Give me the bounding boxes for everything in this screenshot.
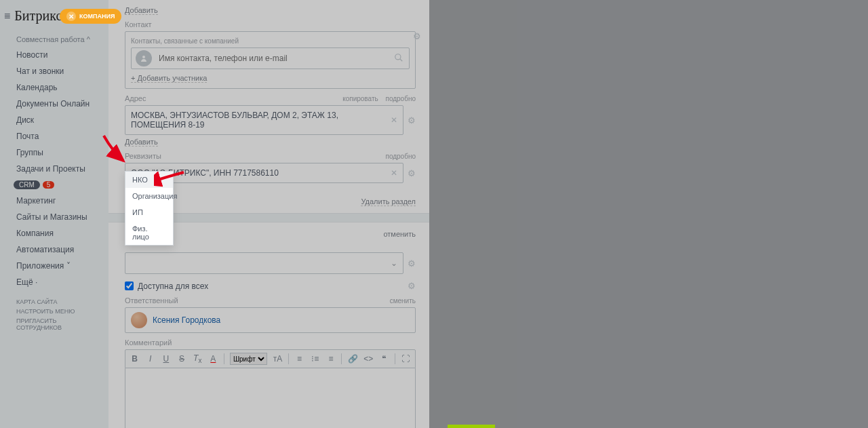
main-menu: Совместная работа ^ Новости Чат и звонки… — [0, 32, 108, 332]
menu-sitemap[interactable]: КАРТА САЙТА — [0, 297, 108, 307]
contact-sublabel: Контакты, связанные с компанией — [131, 37, 410, 45]
menu-section-collab[interactable]: Совместная работа ^ — [0, 32, 108, 47]
address-label: Адрес копировать подробно — [125, 94, 416, 102]
company-pill[interactable]: ✕ КОМПАНИЯ — [60, 9, 121, 24]
detail-link-2[interactable]: подробно — [385, 153, 416, 160]
align-button[interactable]: ≡ — [326, 354, 336, 364]
color-button[interactable]: A — [208, 354, 218, 364]
hamburger-icon[interactable]: ≡ — [4, 10, 10, 22]
contact-gear-icon[interactable]: ⚙ — [413, 31, 421, 41]
add-address-link[interactable]: Добавить — [125, 138, 158, 147]
italic-button[interactable]: I — [145, 354, 155, 364]
search-icon[interactable] — [389, 53, 409, 64]
close-icon[interactable]: ✕ — [66, 12, 76, 21]
menu-docs[interactable]: Документы Онлайн — [0, 96, 108, 112]
detail-link-1[interactable]: подробно — [385, 95, 416, 102]
responsible-name: Ксения Городкова — [153, 315, 220, 325]
quote-button[interactable]: ❝ — [379, 354, 389, 364]
address-field[interactable]: МОСКВА, ЭНТУЗИАСТОВ БУЛЬВАР, ДОМ 2, ЭТАЖ… — [125, 105, 403, 135]
pill-label: КОМПАНИЯ — [79, 13, 115, 20]
available-checkbox[interactable] — [125, 281, 134, 290]
address-gear-icon[interactable]: ⚙ — [408, 115, 416, 125]
req-label: Реквизиты подробно — [125, 152, 416, 160]
font-select[interactable]: Шрифт — [230, 353, 267, 365]
underline-button[interactable]: U — [161, 354, 171, 364]
contact-search[interactable] — [131, 47, 410, 69]
progress-bar — [448, 425, 495, 428]
menu-configure[interactable]: НАСТРОИТЬ МЕНЮ — [0, 307, 108, 316]
menu-calendar[interactable]: Календарь — [0, 79, 108, 96]
change-link[interactable]: сменить — [390, 297, 416, 305]
svg-point-0 — [142, 56, 145, 58]
req-type-dropdown[interactable]: НКО Организация ИП Физ. лицо — [125, 171, 174, 246]
bold-button[interactable]: B — [130, 354, 140, 364]
contact-input[interactable] — [156, 50, 389, 67]
editor-toolbar: B I U S Tx A Шрифт тА ≡ ⁝≡ ≡ 🔗 <> ❝ — [125, 349, 416, 368]
svg-point-1 — [395, 54, 401, 59]
dropdown-fiz[interactable]: Физ. лицо — [125, 220, 173, 245]
clear-format-button[interactable]: Tx — [193, 353, 203, 364]
empty-select[interactable]: ⌄ — [125, 252, 403, 274]
strike-button[interactable]: S — [176, 354, 186, 364]
dropdown-nko[interactable]: НКО — [125, 172, 173, 188]
avatar — [131, 312, 147, 328]
menu-company[interactable]: Компания — [0, 225, 108, 241]
menu-crm[interactable]: CRM 5 — [0, 177, 108, 193]
comment-label: Комментарий — [125, 338, 416, 347]
req-clear-icon[interactable]: ✕ — [385, 168, 403, 178]
dropdown-ip[interactable]: ИП — [125, 204, 173, 220]
editor-body[interactable] — [125, 368, 416, 428]
menu-tasks[interactable]: Задачи и Проекты — [0, 161, 108, 177]
crm-badge: CRM — [14, 180, 40, 189]
menu-sites[interactable]: Сайты и Магазины — [0, 209, 108, 225]
req-gear-icon[interactable]: ⚙ — [408, 168, 416, 178]
menu-more[interactable]: Ещё · — [0, 274, 108, 290]
contact-box: Контакты, связанные с компанией + Добави… — [125, 31, 416, 89]
address-value: МОСКВА, ЭНТУЗИАСТОВ БУЛЬВАР, ДОМ 2, ЭТАЖ… — [125, 106, 385, 134]
responsible-field[interactable]: Ксения Городкова — [125, 307, 416, 333]
expand-button[interactable]: ⛶ — [401, 354, 411, 364]
cancel-link[interactable]: отменить — [383, 230, 416, 238]
select-gear-icon[interactable]: ⚙ — [408, 258, 416, 269]
available-label: Доступна для всех — [138, 281, 208, 291]
list-bullet-button[interactable]: ⁝≡ — [310, 354, 320, 364]
person-icon — [136, 50, 152, 66]
font-size-button[interactable]: тА — [273, 354, 283, 364]
responsible-label: Ответственный сменить — [125, 296, 416, 305]
code-button[interactable]: <> — [363, 354, 374, 364]
menu-disk[interactable]: Диск — [0, 112, 108, 128]
contact-label: Контакт — [125, 20, 416, 28]
link-button[interactable]: 🔗 — [347, 354, 357, 364]
add-participant-link[interactable]: + Добавить участника — [131, 74, 207, 83]
available-gear-icon[interactable]: ⚙ — [408, 281, 416, 291]
chevron-down-icon: ⌄ — [391, 258, 397, 268]
menu-automation[interactable]: Автоматизация — [0, 241, 108, 258]
copy-link[interactable]: копировать — [342, 95, 378, 102]
sidebar: ≡ Битрикс Совместная работа ^ Новости Ча… — [0, 0, 108, 428]
menu-chat[interactable]: Чат и звонки — [0, 63, 108, 79]
logo: Битрикс — [14, 8, 62, 24]
list-ordered-button[interactable]: ≡ — [294, 354, 304, 364]
add-link-top[interactable]: Добавить — [125, 6, 158, 15]
svg-line-2 — [400, 58, 403, 61]
menu-invite[interactable]: ПРИГЛАСИТЬ СОТРУДНИКОВ — [0, 316, 108, 332]
menu-news[interactable]: Новости — [0, 47, 108, 63]
crm-count: 5 — [43, 181, 55, 189]
menu-groups[interactable]: Группы — [0, 144, 108, 161]
menu-marketing[interactable]: Маркетинг — [0, 193, 108, 209]
dropdown-org[interactable]: Организация — [125, 188, 173, 204]
delete-section-link[interactable]: Удалить раздел — [361, 197, 416, 206]
menu-mail[interactable]: Почта — [0, 128, 108, 144]
main-area: Добавить Контакт Контакты, связанные с к… — [108, 0, 868, 428]
address-clear-icon[interactable]: ✕ — [385, 115, 403, 125]
menu-apps[interactable]: Приложения ˅ — [0, 258, 108, 274]
